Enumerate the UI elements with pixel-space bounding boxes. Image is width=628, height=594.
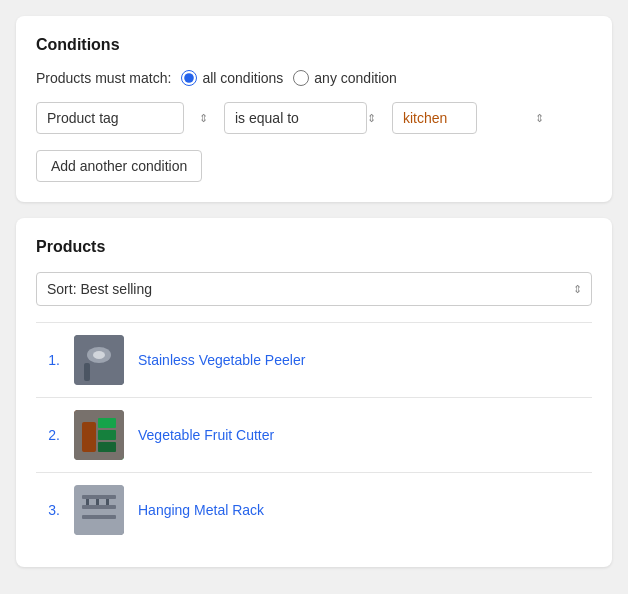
match-label: Products must match: xyxy=(36,70,171,86)
svg-rect-11 xyxy=(82,505,116,509)
product-name[interactable]: Stainless Vegetable Peeler xyxy=(138,352,305,368)
tag-select-wrapper: Product tag Product type Product vendor … xyxy=(36,102,216,134)
product-list: 1. Stainless Vegetable Peeler 2. xyxy=(36,322,592,547)
svg-rect-13 xyxy=(86,499,89,505)
match-row: Products must match: all conditions any … xyxy=(36,70,592,86)
any-condition-radio[interactable] xyxy=(293,70,309,86)
condition-row: Product tag Product type Product vendor … xyxy=(36,102,592,134)
svg-rect-15 xyxy=(106,499,109,505)
value-select-wrapper: kitchen xyxy=(392,102,552,134)
svg-rect-2 xyxy=(84,363,90,381)
products-title: Products xyxy=(36,238,592,256)
sort-row: Sort: Best selling Sort: Product title A… xyxy=(36,272,592,306)
any-condition-label[interactable]: any condition xyxy=(314,70,397,86)
table-row: 1. Stainless Vegetable Peeler xyxy=(36,322,592,397)
product-name[interactable]: Vegetable Fruit Cutter xyxy=(138,427,274,443)
operator-select[interactable]: is equal to is not equal to contains doe… xyxy=(224,102,367,134)
svg-rect-5 xyxy=(82,422,96,452)
all-conditions-option[interactable]: all conditions xyxy=(181,70,283,86)
all-conditions-radio[interactable] xyxy=(181,70,197,86)
any-condition-option[interactable]: any condition xyxy=(293,70,397,86)
svg-rect-12 xyxy=(82,515,116,519)
product-number: 2. xyxy=(36,427,60,443)
svg-rect-8 xyxy=(98,442,116,452)
svg-rect-6 xyxy=(98,418,116,428)
svg-rect-7 xyxy=(98,430,116,440)
product-image xyxy=(74,410,124,460)
product-image xyxy=(74,485,124,535)
table-row: 2. Vegetable Fruit Cutter xyxy=(36,397,592,472)
product-number: 1. xyxy=(36,352,60,368)
product-image xyxy=(74,335,124,385)
sort-select[interactable]: Sort: Best selling Sort: Product title A… xyxy=(36,272,592,306)
products-card: Products Sort: Best selling Sort: Produc… xyxy=(16,218,612,567)
product-name[interactable]: Hanging Metal Rack xyxy=(138,502,264,518)
sort-select-wrapper: Sort: Best selling Sort: Product title A… xyxy=(36,272,592,306)
svg-rect-14 xyxy=(96,499,99,505)
add-condition-button[interactable]: Add another condition xyxy=(36,150,202,182)
conditions-title: Conditions xyxy=(36,36,592,54)
svg-rect-10 xyxy=(82,495,116,499)
tag-select[interactable]: Product tag Product type Product vendor … xyxy=(36,102,184,134)
all-conditions-label[interactable]: all conditions xyxy=(202,70,283,86)
svg-rect-9 xyxy=(74,485,124,535)
product-number: 3. xyxy=(36,502,60,518)
svg-point-3 xyxy=(93,351,105,359)
value-select[interactable]: kitchen xyxy=(392,102,477,134)
table-row: 3. Hanging Metal Rack xyxy=(36,472,592,547)
conditions-card: Conditions Products must match: all cond… xyxy=(16,16,612,202)
operator-select-wrapper: is equal to is not equal to contains doe… xyxy=(224,102,384,134)
